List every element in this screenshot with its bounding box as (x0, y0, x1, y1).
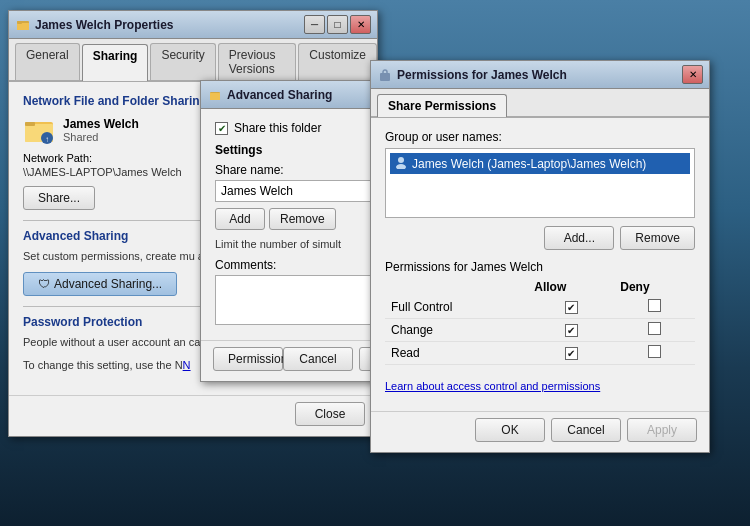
perm-allow-read[interactable]: ✔ (528, 342, 614, 365)
svg-point-12 (398, 157, 404, 163)
share-checkbox-label: Share this folder (234, 121, 321, 135)
remove-user-button[interactable]: Remove (620, 226, 695, 250)
shield-icon: 🛡 (38, 277, 50, 291)
share-checkbox[interactable]: ✔ (215, 122, 228, 135)
permissions-title-text: Permissions for James Welch (397, 68, 682, 82)
table-row: Change ✔ (385, 319, 695, 342)
permissions-table: Allow Deny Full Control ✔ Change ✔ Read (385, 278, 695, 365)
folder-details: James Welch Shared (63, 117, 139, 143)
folder-icon: ↑ (23, 114, 55, 146)
advanced-cancel-button[interactable]: Cancel (283, 347, 353, 371)
network-link[interactable]: N (183, 359, 191, 371)
user-list-item[interactable]: James Welch (James-Laptop\James Welch) (390, 153, 690, 174)
perm-allow-change[interactable]: ✔ (528, 319, 614, 342)
svg-rect-11 (383, 70, 387, 75)
permissions-for-label: Permissions for James Welch (385, 260, 695, 274)
add-user-button[interactable]: Add... (544, 226, 614, 250)
perm-allow-full[interactable]: ✔ (528, 296, 614, 319)
share-button[interactable]: Share... (23, 186, 95, 210)
minimize-button[interactable]: ─ (304, 15, 325, 34)
tab-previous-versions[interactable]: Previous Versions (218, 43, 297, 80)
properties-tab-bar: General Sharing Security Previous Versio… (9, 39, 377, 82)
permissions-apply-button[interactable]: Apply (627, 418, 697, 442)
tab-customize[interactable]: Customize (298, 43, 377, 80)
permissions-cancel-button[interactable]: Cancel (551, 418, 621, 442)
permissions-close-button[interactable]: ✕ (682, 65, 703, 84)
allow-change-checkbox[interactable]: ✔ (565, 324, 578, 337)
properties-close-button[interactable]: Close (295, 402, 365, 426)
perm-deny-change[interactable] (614, 319, 695, 342)
perm-deny-read[interactable] (614, 342, 695, 365)
permissions-button[interactable]: Permissions (213, 347, 283, 371)
tab-security[interactable]: Security (150, 43, 215, 80)
folder-name: James Welch (63, 117, 139, 131)
properties-window-icon (15, 17, 31, 33)
allow-full-checkbox[interactable]: ✔ (565, 301, 578, 314)
deny-read-checkbox[interactable] (648, 345, 661, 358)
advanced-window-icon (207, 87, 223, 103)
col-allow: Allow (528, 278, 614, 296)
svg-rect-2 (17, 21, 22, 24)
svg-rect-9 (210, 93, 220, 100)
permissions-tab-bar: Share Permissions (371, 89, 709, 118)
user-icon (394, 155, 408, 172)
user-listbox: James Welch (James-Laptop\James Welch) (385, 148, 695, 218)
permissions-window-icon (377, 67, 393, 83)
col-deny: Deny (614, 278, 695, 296)
table-row: Read ✔ (385, 342, 695, 365)
permissions-ok-button[interactable]: OK (475, 418, 545, 442)
close-button[interactable]: ✕ (350, 15, 371, 34)
advanced-sharing-button[interactable]: 🛡Advanced Sharing... (23, 272, 177, 296)
perm-name-read: Read (385, 342, 528, 365)
col-permission (385, 278, 528, 296)
group-label: Group or user names: (385, 130, 695, 144)
properties-title-text: James Welch Properties (35, 18, 304, 32)
tab-general[interactable]: General (15, 43, 80, 80)
permissions-title-bar[interactable]: Permissions for James Welch ✕ (371, 61, 709, 89)
permissions-win-controls: ✕ (682, 65, 703, 84)
svg-rect-5 (25, 122, 35, 126)
allow-read-checkbox[interactable]: ✔ (565, 347, 578, 360)
tab-sharing[interactable]: Sharing (82, 44, 149, 81)
learn-link[interactable]: Learn about access control and permissio… (385, 380, 600, 392)
properties-win-controls: ─ □ ✕ (304, 15, 371, 34)
table-row: Full Control ✔ (385, 296, 695, 319)
user-name: James Welch (James-Laptop\James Welch) (412, 157, 646, 171)
svg-rect-1 (17, 23, 29, 30)
remove-share-button[interactable]: Remove (269, 208, 336, 230)
maximize-button[interactable]: □ (327, 15, 348, 34)
folder-status: Shared (63, 131, 139, 143)
svg-rect-10 (380, 73, 390, 81)
properties-title-bar[interactable]: James Welch Properties ─ □ ✕ (9, 11, 377, 39)
tab-share-permissions[interactable]: Share Permissions (377, 94, 507, 117)
perm-deny-full[interactable] (614, 296, 695, 319)
perm-name-change: Change (385, 319, 528, 342)
deny-change-checkbox[interactable] (648, 322, 661, 335)
permissions-body: Group or user names: James Welch (James-… (371, 118, 709, 411)
svg-text:↑: ↑ (45, 135, 49, 144)
add-share-button[interactable]: Add (215, 208, 265, 230)
deny-full-checkbox[interactable] (648, 299, 661, 312)
perm-name-full: Full Control (385, 296, 528, 319)
permissions-window: Permissions for James Welch ✕ Share Perm… (370, 60, 710, 453)
svg-point-13 (396, 164, 406, 169)
